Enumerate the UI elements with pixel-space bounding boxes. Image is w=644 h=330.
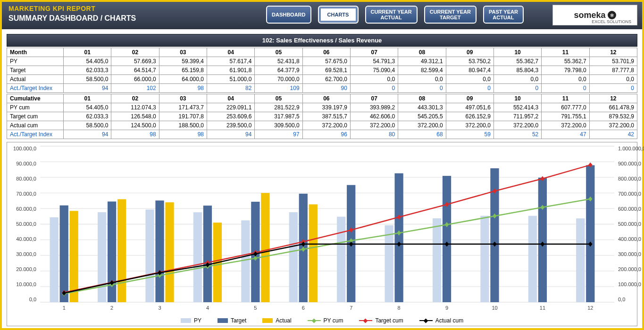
cell: 42 [589, 130, 637, 139]
cell: 191.707,8 [159, 112, 207, 121]
cell: 791.755,1 [542, 112, 589, 121]
svg-rect-23 [60, 206, 68, 302]
row-label: Act./Target Index [7, 130, 64, 139]
cell: 66.000,0 [111, 75, 159, 84]
cell: 55.362,7 [493, 57, 541, 66]
svg-rect-40 [309, 204, 318, 302]
cell: 98 [159, 130, 207, 139]
col-month: 06 [302, 94, 350, 103]
cell: 58.500,0 [64, 121, 111, 130]
legend-target: Target [217, 317, 246, 324]
cell: 82.599,4 [398, 66, 446, 75]
y-axis-right: 1.000.000,0900.000,0800.000,0700.000,060… [616, 146, 637, 302]
nav-py-actual[interactable]: PAST YEARACTUAL [483, 6, 524, 24]
cell: 372.200,0 [398, 121, 446, 130]
svg-rect-37 [165, 202, 174, 302]
svg-rect-13 [145, 209, 154, 302]
cell: 626.152,9 [446, 112, 493, 121]
report-title: MARKETING KPI REPORT [8, 5, 136, 12]
row-label: Actual [7, 75, 64, 84]
col-header: Month [7, 48, 64, 57]
svg-rect-39 [261, 193, 269, 302]
cell: 62.033,3 [64, 66, 111, 75]
svg-rect-25 [155, 200, 164, 302]
cell: 387.515,7 [302, 112, 350, 121]
svg-rect-30 [394, 173, 403, 302]
cell: 372.200,0 [350, 121, 398, 130]
cell: 47 [542, 130, 589, 139]
cell: 552.414,3 [493, 103, 541, 112]
cell: 64.514,7 [111, 66, 159, 75]
svg-rect-12 [98, 212, 106, 302]
cell: 85.804,3 [493, 66, 541, 75]
cell: 87.777,8 [589, 66, 637, 75]
cell: 462.606,0 [350, 112, 398, 121]
cell: 90 [302, 84, 350, 93]
cell: 59 [446, 130, 493, 139]
col-month: 06 [302, 48, 350, 57]
cell: 69.528,1 [302, 66, 350, 75]
svg-rect-14 [193, 212, 202, 302]
cell: 443.301,3 [398, 103, 446, 112]
cell: 82 [207, 84, 254, 93]
svg-rect-26 [203, 206, 212, 302]
row-label: PY cum [7, 103, 64, 112]
header: MARKETING KPI REPORT SUMMARY DASHBOARD /… [2, 2, 642, 29]
col-month: 10 [493, 94, 541, 103]
cell: 54.405,0 [64, 57, 111, 66]
legend-py: PY [181, 317, 201, 324]
cell: 102 [111, 84, 159, 93]
col-month: 01 [64, 48, 111, 57]
data-tables: Month010203040506070809101112PY54.405,05… [7, 48, 637, 139]
cell: 64.377,9 [255, 66, 302, 75]
nav-cy-actual[interactable]: CURRENT YEARACTUAL [365, 6, 418, 24]
cell: 317.987,5 [255, 112, 302, 121]
col-header: Cumulative [7, 94, 64, 103]
cell: 57.675,0 [302, 57, 350, 66]
cell: 0,0 [398, 75, 446, 84]
col-month: 05 [255, 94, 302, 103]
nav-charts[interactable]: CHARTS [318, 6, 359, 24]
y-axis-left: 100.000,090.000,080.000,070.000,060.000,… [9, 146, 38, 302]
cell: 545.205,5 [398, 112, 446, 121]
cell: 124.500,0 [111, 121, 159, 130]
chart-plot [40, 146, 614, 302]
svg-rect-20 [480, 216, 489, 302]
cell: 97 [255, 130, 302, 139]
col-month: 08 [398, 48, 446, 57]
nav-bar: DASHBOARD CHARTS CURRENT YEARACTUAL CURR… [266, 6, 524, 24]
cell: 54.405,0 [64, 103, 111, 112]
svg-rect-31 [443, 176, 451, 302]
cell: 0 [589, 84, 637, 93]
row-label: Target cum [7, 112, 64, 121]
legend-actual-cum: Actual cum [419, 317, 463, 324]
cell: 372.200,0 [446, 121, 493, 130]
x-axis-labels: 123456789101112 [40, 305, 614, 311]
kpi-title: 102: Sales Effectiveness / Sales Revenue [7, 34, 637, 47]
cell: 879.532,9 [589, 112, 637, 121]
logo-someka: someka✻ EXCEL SOLUTIONS [552, 5, 637, 25]
cell: 75.090,4 [350, 66, 398, 75]
cell: 0,0 [446, 75, 493, 84]
svg-rect-22 [576, 218, 585, 302]
cell: 54.791,3 [350, 57, 398, 66]
cell: 112.074,3 [111, 103, 159, 112]
cell: 281.522,9 [255, 103, 302, 112]
svg-rect-36 [117, 199, 126, 302]
svg-rect-32 [490, 168, 499, 302]
cell: 188.500,0 [159, 121, 207, 130]
cell: 49.312,1 [398, 57, 446, 66]
col-month: 03 [159, 94, 207, 103]
cell: 0 [350, 84, 398, 93]
chart-container: 100.000,090.000,080.000,070.000,060.000,… [7, 142, 637, 326]
nav-dashboard[interactable]: DASHBOARD [266, 6, 311, 24]
cell: 80 [350, 130, 398, 139]
cell: 55.362,7 [542, 57, 589, 66]
cell: 661.478,9 [589, 103, 637, 112]
cell: 62.700,0 [302, 75, 350, 84]
table-monthly: Month010203040506070809101112PY54.405,05… [7, 48, 637, 93]
cell: 57.617,4 [207, 57, 254, 66]
nav-cy-target[interactable]: CURRENT YEARTARGET [424, 6, 477, 24]
cell: 0 [446, 84, 493, 93]
cell: 80.947,4 [446, 66, 493, 75]
